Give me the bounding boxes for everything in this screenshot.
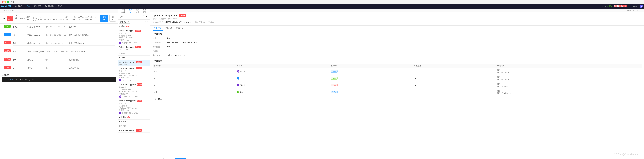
tl-person-confirm: 处理人 <box>28 58 42 61</box>
nav-config[interactable]: 配置 <box>57 5 62 8</box>
ac-doing-card-3-time: 处理时间: 01-13 13:57 <box>122 96 138 98</box>
window-maximize-dot[interactable] <box>7 1 9 3</box>
toolbar-close-icon[interactable]: × <box>640 9 642 12</box>
ac-last-card[interactable]: Apifox-ticket-appro... 已拒绝 <box>118 128 150 133</box>
log-result-badge-1: 已同意 <box>331 77 338 80</box>
ac-todo-card-1-meta2: 目标数据源 /jmy-499691a40p581377/test_s... <box>119 35 149 39</box>
ac-todo-card-1[interactable]: Apifox-ticket-appr... 已拒绝 标题: test 目标数据源… <box>118 29 150 45</box>
ac-todo-card-1-time: 处理时间: 02-13 09:28 <box>122 42 138 44</box>
rd-body: 审批详情 标题 test 目标数据源 /jmy-499691a40p581377… <box>150 31 644 156</box>
work-content-title: 工单内容 <box>2 74 116 76</box>
timeline-item-submit: 已提交 申请人 申请人: gwegvu 时间: 2025-02-13 09:31… <box>3 25 115 30</box>
node-badge-confirm: 已拒绝 <box>4 58 11 60</box>
window-close-dot[interactable] <box>2 1 4 3</box>
ac-doing-card-2-badge: 已拒绝 <box>136 67 142 70</box>
ac-section-todo-count: 37 <box>126 26 129 27</box>
ac-filter-button[interactable]: ▼ <box>145 15 149 18</box>
alert-badge: 迟到1185天14小时 <box>614 5 627 7</box>
rd-subtitle: 标签: test 提交于 2月13日 09:31 <box>152 18 642 20</box>
timeline-item-approve1: 已拒绝 审批 处理人 (第一一) 时间: 2025-02-13 09:32:05… <box>3 41 115 46</box>
ac-section-sent-label: 已发起 <box>121 120 126 123</box>
tl-time-approve1: 时间: 2025-02-13 09:32:05 <box>45 42 66 44</box>
dg-val-0: test <box>167 37 642 40</box>
ac-section-todo-header[interactable]: ▼ 待办 37 <box>118 24 150 29</box>
window-minimize-dot[interactable] <box>4 1 6 3</box>
approval-log-section: 审批记录 节点名称 审批人 审批结果 审批意见 审批时间 <box>152 60 642 96</box>
filter-dropdown[interactable]: 所有用户 ▼ <box>119 20 130 24</box>
ac-todo-card-1-meta1: 标题: test <box>119 32 149 34</box>
user-avatar[interactable]: G <box>640 4 643 8</box>
breadcrumb-work[interactable]: 工作 <box>2 10 5 12</box>
toolbar-settings-icon[interactable]: ⚙ <box>636 9 639 12</box>
log-result-1: 已同意 <box>330 75 413 82</box>
timeline-content-analyze: 分析 申请人: gwegvu 时间: 2025-02-13 09:31:52 状… <box>13 33 115 38</box>
collect-nav[interactable]: 收起导航 <box>118 124 150 128</box>
ac-doing-card-4-time: 处理时间: 01-15 17:58 <box>122 112 138 114</box>
nav-datasource[interactable]: 数据集表 <box>14 5 23 8</box>
rd-tab-comment[interactable]: 全文评论 <box>174 26 184 31</box>
log-approver-0: 不 不花糖 <box>236 68 330 75</box>
timeline-item-execute: 已拒绝 执行 处理人 时间: 状态: 已拒绝 <box>3 66 115 71</box>
main-layout: 工作 / 工单详情 test 已拒绝 申请人: gwegvu 环境 test D… <box>0 8 644 159</box>
nav-dbmgmt[interactable]: 数据库管理 <box>44 5 55 8</box>
dg-val-3 <box>167 50 642 53</box>
ac-section-doing-label: 已办 <box>122 56 125 59</box>
ac-doing-card-4-meta3: 需求描述: few <box>119 109 149 111</box>
ac-section-doing-header[interactable]: ▼ 已办 <box>118 56 150 60</box>
ac-doing-card-2-avatar: 不 <box>119 79 122 82</box>
connector-4 <box>7 55 7 58</box>
tl-label-analyze: 分析 <box>13 34 24 36</box>
ac-section-universal[interactable]: 通用审批 <box>118 52 150 56</box>
approval-log-table: 节点名称 审批人 审批结果 审批意见 审批时间 提交 <box>152 64 642 96</box>
tl-time-submit: 时间: 2025-02-13 09:31:42 <box>45 26 66 28</box>
pagination-next[interactable]: » <box>147 20 149 23</box>
ac-search-input[interactable] <box>119 15 144 18</box>
work-status-badge: 已拒绝 <box>7 16 14 21</box>
ac-doing-card-3-badge: 已拒绝 <box>136 83 142 86</box>
ac-doing-card-3[interactable]: Apifox-ticket-approval 已拒绝 标题: test 目标数据… <box>118 82 150 99</box>
tl-time-analyze: 时间: 2025-02-13 09:31:52 <box>45 34 66 36</box>
th-result: 审批结果 <box>330 64 413 68</box>
lang-select[interactable]: 中文 <box>628 5 632 7</box>
ac-section-copy-header[interactable]: ▶ 抄送我 1 <box>118 115 150 120</box>
log-result-badge-3: 已结束 <box>331 91 338 93</box>
tl-time-execute: 时间: <box>45 67 66 69</box>
ac-scroll-area: ▼ 待办 37 Apifox-ticket-appr... 已拒绝 标题: te… <box>118 24 150 159</box>
nav-query[interactable]: 查询设置 <box>33 5 42 8</box>
copy-comment-button[interactable]: 俗 抄送 <box>165 158 174 159</box>
ac-doing-card-3-title: Apifox-ticket-approval 已拒绝 <box>119 83 149 86</box>
post-comment-button[interactable]: 发发新帖 <box>152 158 164 159</box>
ac-doing-card-1[interactable]: Apifox-ticket-appro... 已拒绝 02-13 09:28 <box>118 60 150 66</box>
nav-tools[interactable]: 工具 <box>26 5 31 8</box>
toolbar-refresh-icon[interactable]: ↺ <box>633 9 635 12</box>
tl-status-analyze: 状态: 完成 (流程结构进出) <box>69 34 89 36</box>
timeline-content-submit: 申请人 申请人: gwegvu 时间: 2025-02-13 09:31:42 … <box>13 25 115 29</box>
rd-tab-log[interactable]: 审批记录 <box>163 26 174 31</box>
sql-line-num: 1 <box>3 78 6 80</box>
mid-panel: 发起申请 审批中心 驳查诊断 数据管理 ▼ 所有用户 ▼ « » <box>118 8 150 159</box>
breadcrumb-detail[interactable]: 工单详情 <box>8 10 14 12</box>
filter-label: 所有用户 <box>120 21 127 23</box>
refresh-button[interactable]: 刷新 <box>110 15 116 22</box>
log-avatar-2: 不 <box>237 84 239 86</box>
tl-label-approve1: 审批 <box>13 42 24 44</box>
rd-tab-detail[interactable]: 审批详情 <box>152 26 163 31</box>
ac-doing-card-4[interactable]: Apifox-ticket-approval 已拒绝 标题: test 目标数据… <box>118 99 150 115</box>
ac-doing-card-2-time: 02-13 09:28 <box>122 80 131 81</box>
log-time-2: 周四 周四 2月13日 09:32 <box>496 82 642 89</box>
connector-3 <box>7 46 7 50</box>
rd-tabs: 审批详情 审批记录 全文评论 <box>150 26 644 31</box>
submitter-label: 申请人: gwegvu <box>15 14 25 22</box>
ac-todo-card-2[interactable]: Apifox-ticket-appr... 已拒绝 02-13 09:26 <box>118 45 150 52</box>
pagination-prev[interactable]: « <box>144 20 146 23</box>
timeline-content-confirm: 确认 处理人 时间: 状态: 已拒绝 <box>13 58 115 62</box>
rd-meta-desc-label: 需求描述 <box>195 21 202 24</box>
ac-section-sent-header[interactable]: ▶ 已发起 <box>118 120 150 124</box>
ac-doing-card-2[interactable]: Apifox-ticket-appro... 已拒绝 标题: test 目标数据… <box>118 66 150 82</box>
feishu-approval-button[interactable]: 飞书审批 <box>100 15 108 22</box>
window-title: 审批 <box>11 0 14 3</box>
tl-status-confirm: 状态: 已拒绝 <box>69 58 83 61</box>
dg-label-2: 需求描述 <box>152 45 167 48</box>
management-label[interactable]: 管理台 <box>626 9 632 12</box>
resubmit-button[interactable]: 再次提交 <box>176 158 186 159</box>
